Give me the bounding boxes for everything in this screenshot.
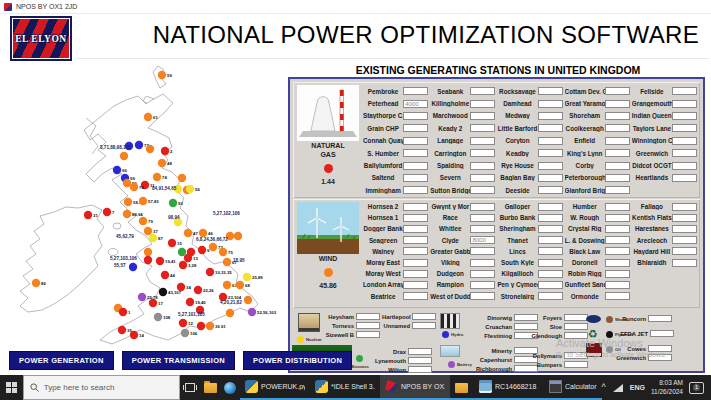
map-station-marker[interactable] (139, 197, 147, 205)
station-input[interactable] (672, 214, 697, 222)
station-input[interactable] (403, 259, 428, 267)
map-station-marker[interactable] (169, 199, 177, 207)
station-input[interactable] (356, 331, 380, 338)
station-input[interactable] (564, 314, 588, 321)
station-input[interactable] (470, 281, 495, 289)
map-station-marker[interactable] (144, 256, 152, 264)
map-station-marker[interactable] (243, 273, 251, 281)
edge-pin[interactable] (220, 375, 240, 400)
station-input[interactable] (538, 162, 563, 170)
station-input[interactable] (470, 186, 495, 194)
power-transmission-button[interactable]: POWER TRANSMISSION (122, 351, 235, 370)
taskbar-app[interactable]: POWERUK.py... (240, 375, 310, 400)
station-input[interactable] (356, 313, 380, 320)
map-station-marker[interactable] (144, 248, 152, 256)
station-input[interactable] (672, 112, 697, 120)
station-input[interactable] (470, 87, 495, 95)
map-station-marker[interactable] (161, 147, 169, 155)
map-station-marker[interactable] (156, 257, 164, 265)
station-input[interactable] (538, 87, 563, 95)
station-input[interactable] (605, 186, 630, 194)
station-input[interactable] (672, 247, 697, 255)
map-station-marker[interactable] (197, 322, 205, 330)
station-input[interactable] (470, 174, 495, 182)
station-input[interactable] (605, 162, 630, 170)
station-input[interactable] (403, 247, 428, 255)
map-station-marker[interactable] (129, 263, 137, 271)
station-input[interactable] (403, 112, 428, 120)
map-station-marker[interactable] (184, 254, 192, 262)
taskbar-app[interactable]: *IDLE Shell 3.... (310, 375, 380, 400)
station-input[interactable] (538, 100, 563, 108)
station-input[interactable] (403, 236, 428, 244)
map-station-marker[interactable] (144, 227, 152, 235)
station-input[interactable] (403, 124, 428, 132)
map-station-marker[interactable] (234, 232, 242, 240)
station-input[interactable] (605, 214, 630, 222)
map-station-marker[interactable] (149, 234, 157, 242)
station-input[interactable] (672, 137, 697, 145)
map-station-marker[interactable] (168, 239, 176, 247)
map-station-marker[interactable] (181, 329, 189, 337)
start-button[interactable] (0, 375, 23, 400)
map-station-marker[interactable] (219, 248, 227, 256)
map-station-marker[interactable] (223, 281, 231, 289)
station-input[interactable] (470, 149, 495, 157)
station-input[interactable] (605, 174, 630, 182)
station-input[interactable] (672, 174, 697, 182)
map-station-marker[interactable] (199, 229, 207, 237)
station-input[interactable] (403, 203, 428, 211)
station-input[interactable] (605, 203, 630, 211)
station-input[interactable] (403, 87, 428, 95)
station-input[interactable] (672, 162, 697, 170)
station-input[interactable] (538, 259, 563, 267)
map-station-marker[interactable] (144, 113, 152, 121)
station-input[interactable] (538, 112, 563, 120)
station-input[interactable] (648, 315, 672, 322)
station-input[interactable] (403, 214, 428, 222)
station-input[interactable] (672, 100, 697, 108)
station-input[interactable] (564, 361, 588, 368)
taskbar-app[interactable] (450, 375, 474, 400)
map-station-marker[interactable] (161, 271, 169, 279)
station-input[interactable] (672, 225, 697, 233)
station-input[interactable] (538, 203, 563, 211)
map-station-marker[interactable] (223, 258, 231, 266)
notification-icon[interactable]: 1 (689, 382, 704, 394)
map-station-marker[interactable] (153, 173, 161, 181)
map-station-marker[interactable] (244, 296, 252, 304)
station-input[interactable] (538, 292, 563, 300)
map-station-marker[interactable] (149, 299, 157, 307)
station-input[interactable] (538, 149, 563, 157)
map-station-marker[interactable] (139, 217, 147, 225)
station-input[interactable] (470, 259, 495, 267)
station-input[interactable] (403, 270, 428, 278)
map-station-marker[interactable] (158, 159, 166, 167)
station-input[interactable] (605, 247, 630, 255)
station-input[interactable] (408, 366, 432, 373)
station-input[interactable] (470, 247, 495, 255)
station-input[interactable] (605, 149, 630, 157)
station-input[interactable] (470, 214, 495, 222)
station-input[interactable] (538, 214, 563, 222)
file-explorer-pin[interactable] (200, 375, 220, 400)
station-input[interactable] (672, 124, 697, 132)
station-input[interactable] (605, 100, 630, 108)
map-station-marker[interactable] (178, 248, 186, 256)
station-input[interactable] (605, 281, 630, 289)
map-station-marker[interactable] (178, 174, 186, 182)
station-input[interactable] (403, 162, 428, 170)
station-input[interactable] (412, 313, 436, 320)
map-station-marker[interactable] (186, 298, 194, 306)
map-station-marker[interactable] (124, 198, 132, 206)
map-station-marker[interactable] (32, 279, 40, 287)
station-input[interactable] (470, 112, 495, 120)
map-station-marker[interactable] (158, 71, 166, 79)
map-station-marker[interactable] (179, 319, 187, 327)
station-input[interactable] (672, 203, 697, 211)
station-input[interactable] (605, 236, 630, 244)
station-input[interactable] (605, 225, 630, 233)
map-station-marker[interactable] (186, 185, 194, 193)
station-input[interactable] (538, 270, 563, 278)
taskbar-search[interactable]: Type here to search (23, 375, 181, 400)
